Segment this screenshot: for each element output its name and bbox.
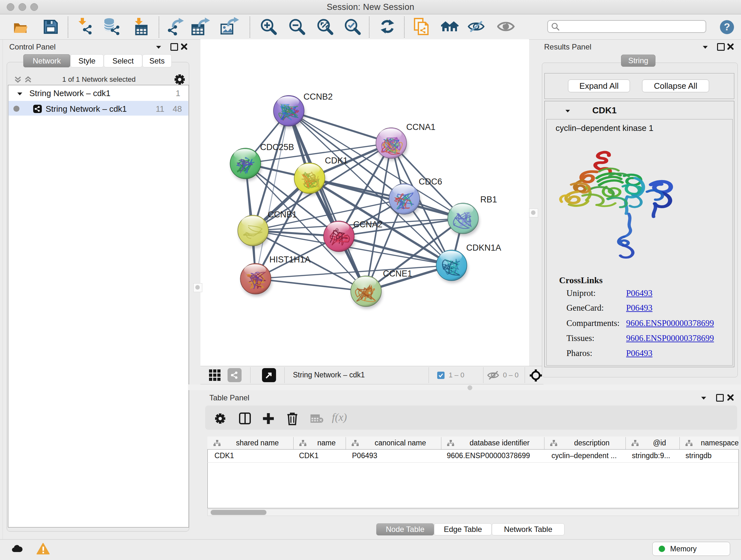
svg-text:CDKN1A: CDKN1A: [466, 243, 501, 253]
svg-text:CDC25B: CDC25B: [260, 142, 294, 152]
svg-text:CCNA1: CCNA1: [406, 122, 435, 132]
svg-text:CCNA2: CCNA2: [353, 220, 383, 229]
svg-text:CCNE1: CCNE1: [383, 269, 412, 278]
svg-text:CDK1: CDK1: [325, 156, 348, 165]
svg-text:RB1: RB1: [480, 195, 497, 204]
svg-text:CCNB1: CCNB1: [268, 210, 297, 219]
svg-text:CCNB2: CCNB2: [304, 92, 333, 102]
svg-text:HIST1H1A: HIST1H1A: [269, 255, 311, 264]
svg-text:?: ?: [724, 21, 730, 33]
svg-text:CDC6: CDC6: [419, 177, 442, 186]
